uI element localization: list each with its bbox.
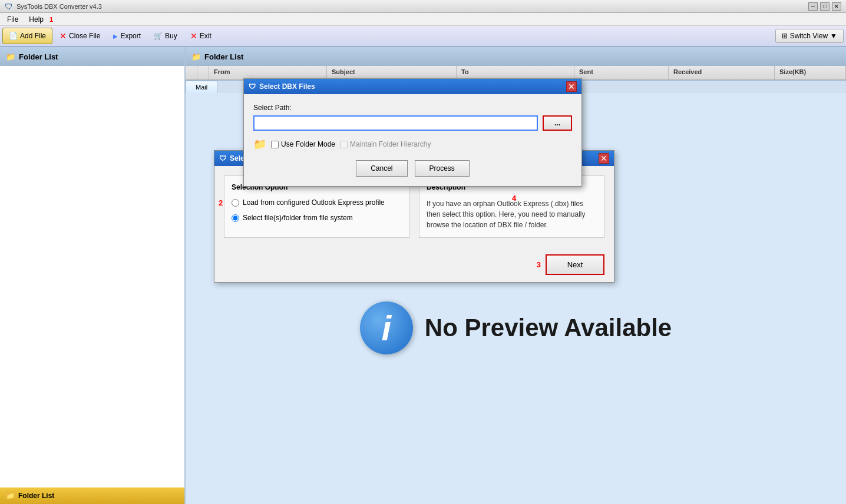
option1-label: Load from configured Outlook Express pro… (243, 198, 385, 207)
dialog2-title-left: 🛡 Sele (219, 154, 244, 163)
option2-label: Select file(s)/folder from file system (243, 214, 353, 222)
use-folder-mode-label[interactable]: Use Folder Mode (271, 140, 335, 148)
badge-4: 4 (512, 194, 516, 203)
dialog1-title-text: Select DBX Files (259, 82, 315, 91)
browse-button[interactable]: ... (543, 115, 572, 131)
dialog-select-dbx: 🛡 Select DBX Files ✕ Select Path: 4 ... … (243, 78, 582, 187)
folder-mode-row: 📁 Use Folder Mode Maintain Folder Hierar… (253, 138, 572, 151)
dialog2-footer: 3 Next (214, 247, 614, 282)
dialog1-buttons: Cancel Process (253, 160, 572, 177)
dialog1-shield-icon: 🛡 (249, 82, 256, 91)
dialog1-content: Select Path: 4 ... 📁 Use Folder Mode Mai… (244, 94, 581, 186)
maintain-hierarchy-checkbox (340, 141, 348, 148)
next-button[interactable]: Next (546, 254, 604, 275)
select-path-label: Select Path: (253, 104, 572, 112)
cancel-button[interactable]: Cancel (356, 160, 407, 177)
option1-radio-input[interactable] (232, 199, 239, 207)
modal-backdrop: 🛡 Sele ✕ Selection Option 2 Load from co… (0, 0, 846, 504)
badge-3: 3 (537, 260, 541, 269)
path-row: 4 ... (253, 115, 572, 131)
maintain-hierarchy-label: Maintain Folder Hierarchy (340, 140, 431, 148)
option2-radio-input[interactable] (232, 214, 239, 222)
dialog2-close-button[interactable]: ✕ (599, 153, 609, 164)
option1-radio[interactable]: Load from configured Outlook Express pro… (232, 198, 402, 207)
process-button[interactable]: Process (415, 160, 470, 177)
path-input[interactable] (253, 115, 538, 131)
folder-mode-icon: 📁 (253, 138, 266, 151)
dialog1-close-button[interactable]: ✕ (566, 81, 577, 92)
dialog1-title-bar: 🛡 Select DBX Files ✕ (244, 79, 581, 94)
dialog1-title-left: 🛡 Select DBX Files (249, 82, 315, 91)
badge-2: 2 (219, 198, 223, 207)
option2-radio[interactable]: Select file(s)/folder from file system (232, 214, 402, 222)
description-text: If you have an orphan Outlook Express (.… (427, 198, 597, 230)
use-folder-mode-checkbox[interactable] (271, 141, 279, 148)
dialog2-title-text: Sele (230, 154, 244, 163)
dialog2-shield-icon: 🛡 (219, 154, 226, 163)
